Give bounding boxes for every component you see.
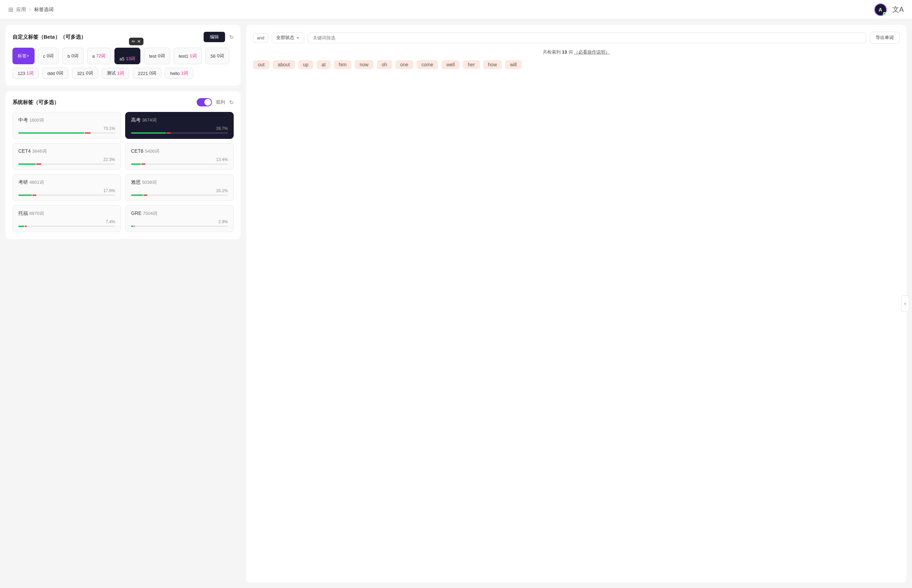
dual-col-toggle[interactable]: [197, 98, 212, 107]
dual-col-label: 双列: [216, 99, 225, 105]
avatar[interactable]: A: [874, 3, 887, 16]
tag-item-test1[interactable]: test1 1词: [173, 48, 202, 64]
custom-tags-actions: 编辑 ↻: [204, 32, 234, 42]
separator: >: [29, 7, 31, 13]
tag-label: ddd: [47, 71, 55, 76]
word-tag-oh[interactable]: oh: [377, 60, 392, 69]
progress-pct: 7.4%: [106, 220, 115, 224]
word-tag-now[interactable]: now: [355, 60, 373, 69]
system-tag-tuofu[interactable]: 托福 6970词 7.4%: [13, 205, 121, 232]
progress-bar: [18, 194, 115, 196]
progress-green: [131, 163, 141, 165]
tag-item-a5[interactable]: ✏ ✕ a5 13词: [115, 48, 141, 64]
progress-bar: [131, 163, 228, 165]
tag-close-icon[interactable]: ✕: [137, 39, 141, 44]
progress-fill: [131, 132, 228, 134]
right-panel: and 全部状态 ▼ 导出单词 共检索到 13 词 （必看操作说明） out a…: [246, 25, 907, 583]
tag-label: c: [43, 53, 45, 59]
system-tag-cet4[interactable]: CET4 3846词 22.3%: [13, 143, 121, 170]
system-tag-name: 托福 6970词: [18, 210, 115, 216]
tag-item-321[interactable]: 321 0词: [72, 68, 98, 79]
word-tag-him[interactable]: him: [334, 60, 352, 69]
progress-pct: 73.1%: [104, 126, 115, 131]
system-refresh-icon[interactable]: ↻: [229, 99, 234, 106]
system-tag-yasi[interactable]: 雅思 5038词 16.1%: [125, 174, 234, 201]
progress-row: 22.3%: [18, 157, 115, 162]
tag-count: 0词: [149, 70, 156, 76]
tag-item-56[interactable]: 56 0词: [205, 48, 229, 64]
result-link[interactable]: （必看操作说明）: [574, 49, 610, 55]
refresh-icon[interactable]: ↻: [229, 34, 234, 40]
keyword-search-input[interactable]: [308, 32, 867, 43]
tag-count: 1词: [117, 70, 124, 76]
tag-item-add[interactable]: 标签+: [13, 48, 34, 64]
result-text: 共检索到: [543, 49, 561, 55]
translate-icon[interactable]: 文A: [892, 5, 904, 14]
system-tag-gaokao[interactable]: 高考 3674词 39.7%: [125, 112, 234, 139]
progress-green: [18, 194, 32, 196]
tag-item-a[interactable]: a 72词: [87, 48, 111, 64]
system-header-right: 双列 ↻: [197, 98, 234, 107]
tag-item-c[interactable]: c 0词: [38, 48, 59, 64]
result-unit: 词: [569, 49, 573, 55]
custom-tags-grid: 标签+ c 0词 b 0词 a 72词: [13, 48, 234, 79]
tag-item-test[interactable]: test 0词: [144, 48, 170, 64]
tag-item-2221[interactable]: 2221 0词: [133, 68, 162, 79]
progress-fill: [18, 163, 115, 165]
progress-bar: [18, 132, 115, 134]
progress-red: [134, 226, 135, 227]
progress-fill: [18, 226, 115, 227]
system-tag-name: CET6 5406词: [131, 148, 228, 154]
progress-bar: [18, 226, 115, 227]
tag-count: 1词: [27, 70, 34, 76]
system-tag-name: 高考 3674词: [131, 117, 228, 123]
tag-label: test1: [179, 53, 188, 59]
word-tag-her[interactable]: her: [463, 60, 479, 69]
tag-count: 0词: [217, 53, 224, 59]
header: ⊞ 应用 > 标签选词 A 文A: [0, 0, 912, 19]
progress-bar: [131, 226, 228, 227]
word-tag-at[interactable]: at: [317, 60, 330, 69]
progress-pct: 22.3%: [104, 157, 115, 162]
progress-green: [18, 226, 24, 227]
word-tag-will[interactable]: will: [505, 60, 522, 69]
system-tag-gre[interactable]: GRE 7504词 2.9%: [125, 205, 234, 232]
tag-item-ddd[interactable]: ddd 0词: [42, 68, 68, 79]
apps-label[interactable]: 应用: [16, 6, 26, 13]
system-tag-kaoyan[interactable]: 考研 4801词 17.6%: [13, 174, 121, 201]
tag-item-ceshi[interactable]: 测试 1词: [102, 68, 129, 79]
word-tag-how[interactable]: how: [483, 60, 502, 69]
status-dropdown[interactable]: 全部状态 ▼: [272, 32, 304, 43]
word-tag-about[interactable]: about: [273, 60, 295, 69]
export-button[interactable]: 导出单词: [870, 32, 899, 44]
apps-icon: ⊞: [8, 6, 13, 13]
system-tag-name: GRE 7504词: [131, 210, 228, 216]
tag-edit-icon[interactable]: ✏: [132, 39, 135, 44]
progress-fill: [131, 163, 228, 165]
system-tags-header: 系统标签（可多选） 双列 ↻: [13, 98, 234, 107]
expand-button[interactable]: »: [901, 296, 909, 312]
word-tag-out[interactable]: out: [253, 60, 269, 69]
tag-item-b[interactable]: b 0词: [62, 48, 83, 64]
tag-label: 测试: [107, 70, 116, 76]
edit-button[interactable]: 编辑: [204, 32, 225, 42]
system-tag-name: 雅思 5038词: [131, 179, 228, 186]
toggle-thumb: [204, 99, 211, 106]
word-tag-come[interactable]: come: [416, 60, 438, 69]
tag-count: 72词: [96, 53, 105, 59]
progress-pct: 39.7%: [216, 126, 228, 131]
tag-item-hello[interactable]: hello 1词: [165, 68, 193, 79]
progress-row: 39.7%: [131, 126, 228, 131]
tag-count: 0词: [71, 53, 78, 59]
tag-item-123[interactable]: 123 1词: [13, 68, 39, 79]
word-tag-up[interactable]: up: [298, 60, 314, 69]
tag-label: 2221: [138, 71, 148, 76]
system-tag-name: 考研 4801词: [18, 179, 115, 186]
progress-bar: [131, 132, 228, 134]
progress-pct: 13.4%: [216, 157, 228, 162]
system-tag-cet6[interactable]: CET6 5406词 13.4%: [125, 143, 234, 170]
progress-fill: [131, 226, 228, 227]
word-tag-one[interactable]: one: [395, 60, 413, 69]
word-tag-well[interactable]: well: [441, 60, 460, 69]
system-tag-zhongkao[interactable]: 中考 1600词 73.1%: [13, 112, 121, 139]
